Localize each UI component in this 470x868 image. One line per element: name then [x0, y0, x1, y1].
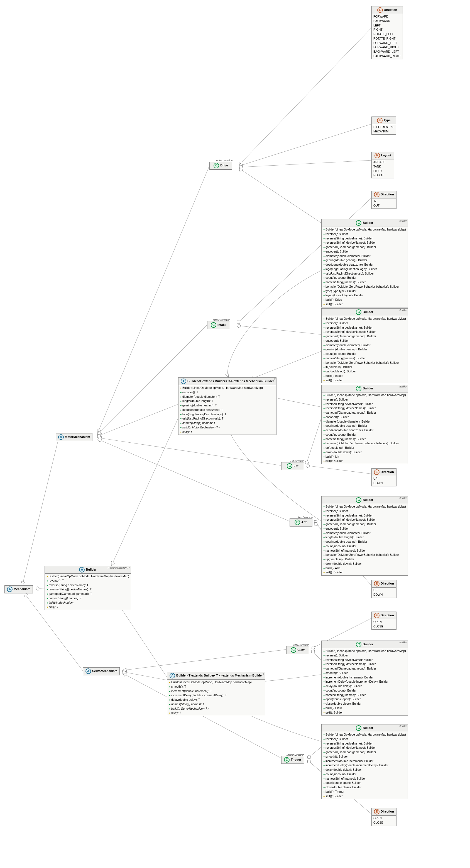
member-row: BACKWARD_RIGHT: [373, 54, 401, 59]
member-text: build(): MotorMechanism<?>: [182, 426, 220, 429]
member-text: reverse(String deviceName): T: [49, 583, 89, 587]
member-row: gamepad(Gamepad gamepad): Builder: [323, 245, 406, 249]
member-row: increment(double increment): T: [169, 689, 263, 693]
type-marker-icon: C: [211, 322, 216, 328]
uml-class-builder5: CBuilderBuilderBuilder(LinearOpMode opMo…: [321, 641, 408, 716]
member-row: reverse(): Builder: [323, 653, 406, 658]
member-text: reverse(): Builder: [326, 398, 348, 401]
member-row: build(): MotorMechanism<?>: [180, 425, 274, 430]
member-row: reverse(String deviceName): Builder: [323, 658, 406, 662]
port-label: Lift.Direction: [291, 460, 304, 462]
member-text: encoder(): Builder: [326, 250, 348, 253]
member-row: encoder(): Builder: [323, 527, 406, 531]
member-text: reverse(String deviceName): Builder: [326, 742, 373, 745]
member-text: reverse(String[] deviceNames): Builder: [326, 662, 376, 665]
class-body: Builder(LinearOpMode opMode, HardwareMap…: [178, 385, 276, 435]
uml-class-builder1: CBuilderBuilderBuilder(LinearOpMode opMo…: [321, 219, 408, 307]
class-body: ARCADETANKFIELDROBOT: [372, 159, 394, 178]
member-row: FORWARD_LEFT: [373, 41, 401, 45]
type-marker-icon: E: [377, 118, 382, 123]
class-title: Trigger: [291, 758, 301, 761]
member-text: build(): Claw: [326, 706, 342, 710]
stereotype-label: Builder: [399, 220, 406, 222]
uml-class-direction6: EDirectionOPENCLOSE: [371, 808, 397, 826]
member-row: open(double open): Builder: [323, 781, 406, 785]
type-marker-icon: C: [356, 386, 361, 391]
member-row: gamepad(Gamepad gamepad): Builder: [323, 522, 406, 527]
member-text: Builder(LinearOpMode opMode, HardwareMap…: [326, 317, 406, 320]
member-row: Builder(LinearOpMode opMode, HardwareMap…: [46, 574, 129, 579]
class-title: Direction: [381, 614, 394, 617]
member-row: names(String[] names): T: [169, 702, 263, 707]
member-text: increment(double increment): Builder: [326, 676, 373, 679]
member-text: smooth(): T: [171, 685, 186, 688]
class-title: Builder<T extends Builder<T>> extends Me…: [176, 674, 263, 677]
member-text: build(): Drive: [326, 298, 342, 301]
member-row: usb(UsbFacingDirection usb): T: [180, 416, 274, 421]
member-row: reverse(String deviceName): Builder: [323, 236, 406, 241]
member-text: FORWARD_LEFT: [373, 41, 397, 44]
class-header: CBuilderBuilder: [322, 496, 408, 504]
member-row: reverse(String[] deviceNames): Builder: [323, 241, 406, 245]
member-text: reverse(String[] deviceNames): Builder: [326, 241, 376, 244]
member-text: type(Type type): Builder: [326, 289, 357, 293]
member-text: self(): T: [49, 605, 59, 609]
class-body: Builder(LinearOpMode opMode, HardwareMap…: [322, 316, 408, 383]
member-text: count(int count): Builder: [326, 433, 357, 436]
member-row: names(String[] names): Builder: [323, 356, 406, 361]
type-marker-icon: E: [374, 469, 379, 475]
member-text: self(): Builder: [326, 303, 343, 306]
member-row: diameter(double diameter): Builder: [323, 343, 406, 348]
member-text: LEFT: [373, 24, 381, 27]
member-row: length(double length): Builder: [323, 535, 406, 540]
member-text: BACKWARD: [373, 19, 390, 23]
member-text: encoder(): T: [182, 391, 198, 394]
stereotype-label: Builder: [399, 725, 406, 727]
member-row: names(String[] names): T: [180, 421, 274, 425]
class-title: Builder: [86, 568, 96, 571]
stereotype-label: T: [274, 378, 275, 381]
member-text: FORWARD: [373, 15, 389, 18]
uml-class-intake: CIntakeIntake.Direction: [207, 321, 230, 329]
stereotype-label: Builder: [399, 497, 406, 499]
member-text: reverse(String deviceName): Builder: [326, 237, 373, 240]
member-row: encoder(): Builder: [323, 415, 406, 420]
member-row: close(double close): Builder: [323, 702, 406, 706]
member-row: count(int count): Builder: [323, 276, 406, 280]
member-text: increment(double increment): T: [171, 689, 212, 693]
member-text: names(String[] names): Builder: [326, 356, 366, 360]
member-text: CLOSE: [373, 821, 383, 824]
member-row: count(int count): Builder: [323, 772, 406, 777]
member-row: reverse(String deviceName): Builder: [323, 326, 406, 330]
member-row: DIFFERENTIAL: [373, 125, 394, 129]
class-header: CBuilderBuilder: [322, 309, 408, 316]
member-row: ARCADE: [373, 160, 392, 164]
member-row: self(): Builder: [323, 711, 406, 715]
type-marker-icon: A: [170, 673, 175, 678]
member-row: reverse(String[] deviceNames): Builder: [323, 406, 406, 411]
member-row: self(): T: [180, 430, 274, 434]
member-text: count(int count): Builder: [326, 545, 357, 548]
member-text: length(double length): T: [182, 399, 213, 403]
member-row: build(): Arm: [323, 566, 406, 570]
uml-class-lift: CLiftLift.Direction: [281, 462, 304, 470]
member-text: MECANUM: [373, 130, 389, 133]
member-row: down(double down): Builder: [323, 450, 406, 455]
type-marker-icon: C: [284, 757, 290, 763]
type-marker-icon: C: [356, 642, 361, 647]
member-text: diameter(double diameter): Builder: [326, 531, 371, 535]
member-row: deadzone(double deadzone): Builder: [323, 262, 406, 267]
member-text: down(double down): Builder: [326, 451, 362, 454]
member-row: reverse(): Builder: [323, 321, 406, 326]
member-row: delay(double delay): Builder: [323, 684, 406, 688]
member-text: gamepad(Gamepad gamepad): Builder: [326, 750, 376, 754]
type-marker-icon: A: [181, 378, 186, 384]
member-row: FORWARD_RIGHT: [373, 45, 401, 50]
type-marker-icon: A: [7, 586, 12, 592]
class-header: ABuilder<T extends Builder<T>> extends M…: [167, 672, 265, 680]
member-row: increment(double increment): Builder: [323, 759, 406, 764]
class-body: UPDOWN: [372, 476, 396, 486]
member-text: count(int count): Builder: [326, 276, 357, 279]
member-row: names(String[] names): Builder: [323, 777, 406, 781]
member-row: FORWARD: [373, 14, 401, 19]
